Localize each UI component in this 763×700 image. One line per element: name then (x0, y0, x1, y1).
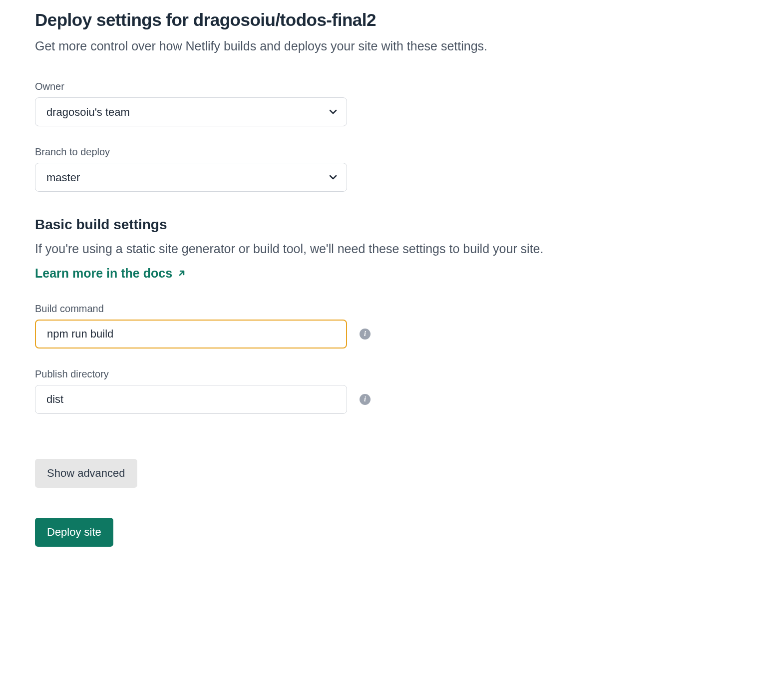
build-command-input[interactable] (35, 320, 347, 349)
branch-field: Branch to deploy master (35, 146, 728, 192)
owner-field: Owner dragosoiu's team (35, 81, 728, 126)
docs-link[interactable]: Learn more in the docs (35, 266, 186, 281)
owner-label: Owner (35, 81, 728, 92)
owner-select[interactable]: dragosoiu's team (35, 97, 347, 126)
publish-directory-input[interactable] (35, 385, 347, 414)
deploy-site-button[interactable]: Deploy site (35, 518, 113, 547)
info-icon[interactable]: i (360, 329, 371, 340)
info-icon[interactable]: i (360, 394, 371, 405)
page-title: Deploy settings for dragosoiu/todos-fina… (35, 10, 728, 30)
branch-label: Branch to deploy (35, 146, 728, 158)
publish-directory-field: Publish directory i (35, 368, 728, 414)
publish-directory-label: Publish directory (35, 368, 728, 380)
build-command-label: Build command (35, 303, 728, 315)
show-advanced-button[interactable]: Show advanced (35, 459, 137, 488)
build-settings-title: Basic build settings (35, 217, 728, 233)
build-command-field: Build command i (35, 303, 728, 349)
page-subtitle: Get more control over how Netlify builds… (35, 39, 728, 53)
branch-select[interactable]: master (35, 163, 347, 192)
external-link-icon (177, 266, 186, 281)
build-settings-subtitle: If you're using a static site generator … (35, 242, 728, 256)
docs-link-text: Learn more in the docs (35, 266, 172, 281)
